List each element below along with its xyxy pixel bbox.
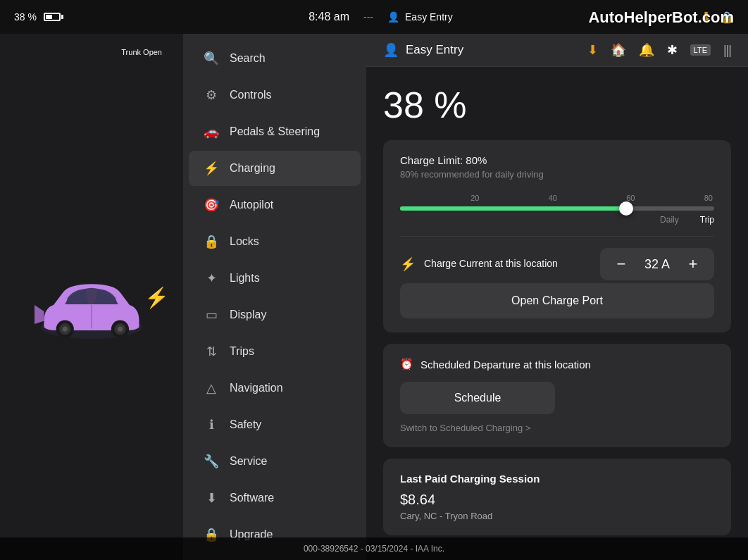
autopilot-icon: 🎯 [203, 197, 220, 213]
content-header: 👤 Easy Entry ⬇ 🏠 🔔 ✱ LTE ||| [366, 34, 748, 67]
pedals-icon: 🚗 [203, 124, 220, 139]
charging-icon: ⚡ [203, 161, 220, 176]
battery-percentage-main: 38 % [383, 84, 731, 126]
profile-icon-status: 👤 [387, 11, 399, 23]
content-header-left: 👤 Easy Entry [383, 42, 463, 58]
daily-trip-labels: Daily Trip [400, 215, 714, 225]
main-container: Trunk Open ⚡ 🔍 [0, 34, 748, 560]
lte-indicator: LTE [690, 44, 711, 56]
sidebar-item-locks[interactable]: 🔒 Locks [189, 224, 361, 259]
switch-scheduled-charging-link[interactable]: Switch to Scheduled Charging > [400, 423, 714, 433]
sidebar-label-locks: Locks [230, 235, 259, 248]
slider-thumb[interactable] [619, 201, 633, 216]
trips-icon: ⇅ [203, 344, 220, 359]
sidebar-item-search[interactable]: 🔍 Search [189, 41, 361, 76]
charge-limit-slider-container[interactable]: 20 40 60 80 Daily Trip [400, 194, 714, 225]
sidebar-item-display[interactable]: ▭ Display [189, 297, 361, 332]
charge-bolt-icon: ⚡ [144, 285, 169, 309]
service-icon: 🔧 [203, 454, 220, 469]
sidebar-item-software[interactable]: ⬇ Software [189, 480, 361, 516]
sidebar-label-display: Display [230, 309, 266, 321]
charge-limit-label: Charge Limit: 80% [400, 154, 714, 166]
sidebar-label-trips: Trips [230, 345, 254, 358]
bottom-bar: 000-38926542 - 03/15/2024 - IAA Inc. [0, 537, 748, 560]
charge-limit-sub: 80% recommended for daily driving [400, 169, 714, 180]
last-session-amount: $8.64 [400, 492, 714, 508]
open-charge-port-button[interactable]: Open Charge Port [400, 283, 714, 318]
status-profile: 👤 Easy Entry [387, 11, 453, 23]
slider-track[interactable] [400, 206, 714, 211]
scheduled-departure-title: ⏰ Scheduled Departure at this location [400, 358, 714, 371]
locks-icon: 🔒 [203, 234, 220, 249]
navigation-icon: △ [203, 380, 220, 396]
svg-point-7 [118, 326, 123, 331]
divider [400, 236, 714, 237]
charge-current-icon: ⚡ [400, 256, 416, 272]
slider-label-60: 60 [626, 194, 635, 202]
sidebar-item-pedals[interactable]: 🚗 Pedals & Steering [189, 114, 361, 149]
sidebar-label-pedals: Pedals & Steering [230, 125, 320, 138]
vehicle-panel: Trunk Open ⚡ [0, 34, 183, 560]
sidebar-item-lights[interactable]: ✦ Lights [189, 261, 361, 296]
bottom-bar-text: 000-38926542 - 03/15/2024 - IAA Inc. [304, 544, 444, 554]
slider-label-20: 20 [470, 194, 479, 202]
daily-label: Daily [660, 215, 679, 225]
scheduled-departure-section: ⏰ Scheduled Departure at this location S… [383, 344, 731, 447]
sidebar-item-controls[interactable]: ⚙ Controls [189, 77, 361, 113]
charge-current-label: Charge Current at this location [424, 257, 558, 271]
slider-label-80: 80 [704, 194, 713, 202]
controls-icon: ⚙ [203, 87, 220, 103]
slider-label-40: 40 [549, 194, 557, 202]
vehicle-image [28, 266, 155, 357]
sidebar-label-service: Service [230, 455, 267, 468]
sidebar-label-charging: Charging [230, 162, 275, 175]
content-header-right: ⬇ 🏠 🔔 ✱ LTE ||| [587, 42, 731, 58]
battery-percentage-status: 38 % [14, 11, 37, 23]
battery-icon [44, 13, 61, 21]
content-panel: 👤 Easy Entry ⬇ 🏠 🔔 ✱ LTE ||| 38 % Charge… [366, 34, 748, 560]
bell-icon-header[interactable]: 🔔 [639, 42, 654, 58]
status-time: 8:48 am [308, 11, 349, 23]
charge-current-value: 32 A [640, 257, 675, 272]
sidebar-item-service[interactable]: 🔧 Service [189, 444, 361, 479]
increment-button[interactable]: + [683, 255, 703, 273]
sidebar-item-charging[interactable]: ⚡ Charging [189, 151, 361, 186]
schedule-button[interactable]: Schedule [400, 382, 555, 414]
sidebar-item-navigation[interactable]: △ Navigation [189, 371, 361, 406]
sidebar-label-search: Search [230, 52, 266, 65]
last-session-section: Last Paid Charging Session $8.64 Cary, N… [383, 459, 731, 535]
sidebar-item-autopilot[interactable]: 🎯 Autopilot [189, 187, 361, 223]
sidebar-label-lights: Lights [230, 272, 260, 285]
sidebar-label-controls: Controls [230, 89, 272, 101]
display-icon: ▭ [203, 307, 220, 323]
sidebar-label-safety: Safety [230, 418, 261, 431]
profile-icon-header: 👤 [383, 42, 399, 58]
charging-content: 38 % Charge Limit: 80% 80% recommended f… [366, 67, 748, 560]
sidebar-item-trips[interactable]: ⇅ Trips [189, 334, 361, 369]
download-icon-header[interactable]: ⬇ [587, 42, 598, 58]
search-icon: 🔍 [203, 51, 220, 66]
status-dashes: --- [363, 11, 373, 23]
bluetooth-icon-header[interactable]: ✱ [667, 42, 678, 58]
sidebar-item-safety[interactable]: ℹ Safety [189, 407, 361, 442]
slider-fill [400, 206, 626, 211]
sidebar: 🔍 Search ⚙ Controls 🚗 Pedals & Steering … [183, 34, 366, 560]
trunk-open-label: Trunk Open [121, 48, 162, 56]
sidebar-label-autopilot: Autopilot [230, 199, 273, 211]
profile-label-status: Easy Entry [405, 11, 453, 23]
trip-label: Trip [700, 215, 714, 225]
safety-icon: ℹ [203, 417, 220, 433]
battery-status: 38 % [14, 11, 61, 23]
charge-limit-card: Charge Limit: 80% 80% recommended for da… [383, 140, 731, 332]
charge-current-row: ⚡ Charge Current at this location − 32 A… [400, 248, 714, 280]
last-session-title: Last Paid Charging Session [400, 473, 714, 485]
charge-current-left: ⚡ Charge Current at this location [400, 256, 558, 272]
decrement-button[interactable]: − [611, 255, 631, 273]
watermark-text: AutoHelperBot.com [588, 8, 734, 27]
content-header-title: Easy Entry [406, 43, 463, 57]
home-icon-header[interactable]: 🏠 [611, 42, 626, 58]
signal-bars: ||| [723, 43, 731, 58]
lights-icon: ✦ [203, 270, 220, 286]
svg-point-4 [63, 326, 68, 331]
last-session-location: Cary, NC - Tryon Road [400, 511, 714, 521]
